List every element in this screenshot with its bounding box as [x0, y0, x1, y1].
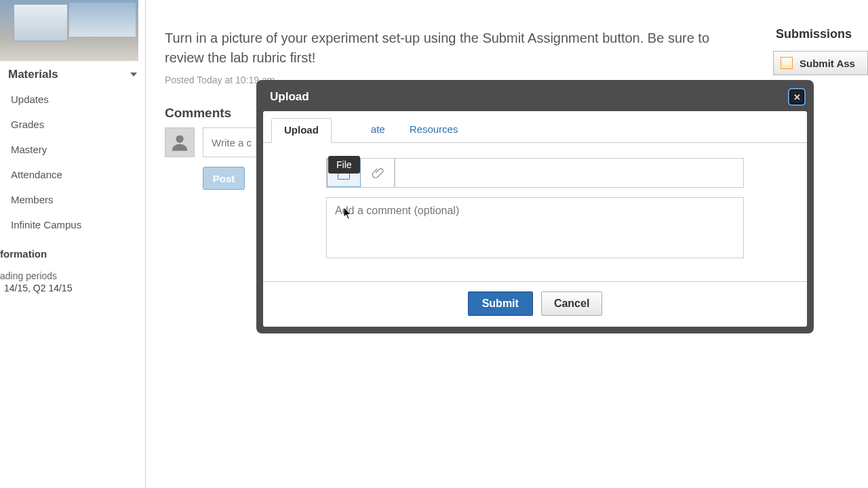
- sidebar-item-infinite-campus[interactable]: Infinite Campus: [0, 212, 145, 237]
- upload-comment-input[interactable]: [326, 197, 744, 258]
- sidebar: Materials Updates Grades Mastery Attenda…: [0, 0, 146, 488]
- grading-periods-value: 14/15, Q2 14/15: [0, 281, 145, 293]
- tab-resources[interactable]: Resources: [397, 118, 471, 142]
- add-link-button[interactable]: [361, 159, 395, 187]
- information-header: formation: [0, 237, 145, 264]
- sidebar-item-grades[interactable]: Grades: [0, 112, 145, 137]
- tab-create[interactable]: ate: [359, 118, 397, 142]
- materials-header[interactable]: Materials: [0, 61, 145, 87]
- file-tooltip: File: [328, 156, 360, 174]
- cancel-button[interactable]: Cancel: [541, 291, 602, 316]
- submit-assignment-button[interactable]: Submit Ass: [773, 51, 868, 75]
- modal-tabs: Upload ate Resources: [263, 111, 807, 143]
- sidebar-item-members[interactable]: Members: [0, 187, 145, 212]
- sidebar-nav: Updates Grades Mastery Attendance Member…: [0, 87, 145, 237]
- submissions-header: Submissions: [773, 27, 868, 51]
- attachment-text-field[interactable]: [395, 159, 743, 187]
- user-avatar: [165, 127, 195, 157]
- tab-upload[interactable]: Upload: [271, 118, 332, 143]
- close-button[interactable]: ✕: [789, 89, 804, 104]
- post-button[interactable]: Post: [203, 167, 245, 190]
- modal-body: Upload ate Resources File: [263, 111, 807, 327]
- submit-assignment-label: Submit Ass: [800, 58, 855, 69]
- grading-periods-label: ading periods: [0, 264, 145, 281]
- sidebar-item-updates[interactable]: Updates: [0, 87, 145, 112]
- submit-button[interactable]: Submit: [468, 291, 533, 316]
- upload-modal: Upload ✕ Upload ate Resources File: [256, 80, 814, 333]
- svg-point-0: [176, 135, 183, 142]
- assignment-description: Turn in a picture of your experiment set…: [159, 0, 749, 75]
- chevron-down-icon: [130, 73, 137, 77]
- materials-label: Materials: [8, 68, 58, 81]
- submit-icon: [781, 57, 793, 69]
- attachment-row: [326, 158, 744, 188]
- course-banner-image: [0, 0, 138, 61]
- paperclip-icon: [372, 167, 384, 179]
- close-icon: ✕: [793, 92, 801, 102]
- sidebar-item-mastery[interactable]: Mastery: [0, 137, 145, 162]
- modal-title: Upload: [270, 90, 309, 104]
- sidebar-item-attendance[interactable]: Attendance: [0, 162, 145, 187]
